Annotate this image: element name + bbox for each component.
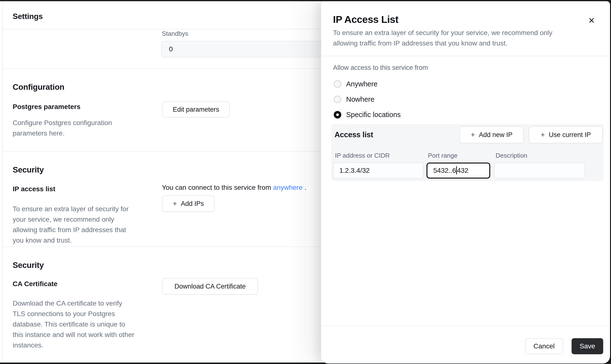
use-current-ip-button[interactable]: +Use current IP <box>529 126 603 143</box>
postgres-parameters-label: Postgres parameters <box>13 103 80 111</box>
add-new-ip-button-label: Add new IP <box>479 131 512 139</box>
security-ca-heading: Security <box>13 260 44 270</box>
port-value-after-cursor: 432 <box>457 167 468 174</box>
configuration-description: Configure Postgres configuration paramet… <box>13 117 112 138</box>
ca-certificate-description: Download the CA certificate to verify TL… <box>13 298 134 350</box>
radio-specific-locations[interactable]: Specific locations <box>334 109 401 120</box>
radio-circle-icon <box>334 80 341 88</box>
download-ca-certificate-button[interactable]: Download CA Certificate <box>162 278 258 295</box>
ip-access-list-label: IP access list <box>13 185 55 193</box>
add-ips-button-label: Add IPs <box>181 200 204 208</box>
column-header-ip: IP address or CIDR <box>335 152 390 159</box>
connect-text-before: You can connect to this service from <box>162 184 273 191</box>
plus-icon: + <box>471 131 475 138</box>
ip-access-list-drawer: IP Access List ✕ To ensure an extra laye… <box>321 1 610 364</box>
save-button[interactable]: Save <box>571 338 603 354</box>
standbys-label: Standbys <box>162 30 188 38</box>
configuration-heading: Configuration <box>13 82 64 92</box>
app-stage: Settings Standbys 0 Configuration Postgr… <box>0 0 611 364</box>
ip-address-input[interactable]: 1.2.3.4/32 <box>333 163 424 179</box>
use-current-ip-button-label: Use current IP <box>549 131 591 139</box>
radio-circle-icon <box>334 96 341 103</box>
radio-nowhere-label: Nowhere <box>346 95 374 104</box>
radio-nowhere[interactable]: Nowhere <box>334 94 374 105</box>
anywhere-link[interactable]: anywhere <box>273 184 303 191</box>
cancel-button[interactable]: Cancel <box>525 338 563 354</box>
access-list-panel: Access list +Add new IP +Use current IP … <box>331 124 604 181</box>
drawer-title: IP Access List <box>333 14 398 25</box>
connect-text-after: . <box>303 184 306 191</box>
radio-specific-locations-label: Specific locations <box>346 111 401 119</box>
sidebar-edge-divider <box>2 1 3 363</box>
security-heading: Security <box>13 165 44 174</box>
edit-parameters-button[interactable]: Edit parameters <box>162 102 230 117</box>
divider <box>321 325 610 326</box>
port-value-before-cursor: 5432..6 <box>433 167 456 174</box>
plus-icon: + <box>173 200 177 207</box>
radio-anywhere[interactable]: Anywhere <box>334 78 378 89</box>
allow-access-label: Allow access to this service from <box>333 64 428 72</box>
column-header-description: Description <box>496 152 527 159</box>
page-title: Settings <box>13 12 43 21</box>
column-header-port: Port range <box>428 152 457 159</box>
radio-anywhere-label: Anywhere <box>346 80 378 88</box>
drawer-description: To ensure an extra layer of security for… <box>333 27 552 48</box>
divider <box>321 56 610 56</box>
connect-from-text: You can connect to this service from any… <box>162 184 306 192</box>
port-range-input[interactable]: 5432..6432 <box>426 163 490 179</box>
add-new-ip-button[interactable]: +Add new IP <box>460 126 524 143</box>
close-icon[interactable]: ✕ <box>585 14 598 26</box>
description-input[interactable] <box>494 163 585 179</box>
plus-icon: + <box>541 131 545 138</box>
access-list-heading: Access list <box>334 130 373 139</box>
ip-access-description: To ensure an extra layer of security for… <box>13 204 129 246</box>
radio-selected-icon <box>334 111 341 118</box>
add-ips-button[interactable]: +Add IPs <box>162 195 214 212</box>
ca-certificate-label: CA Certificate <box>13 280 57 288</box>
